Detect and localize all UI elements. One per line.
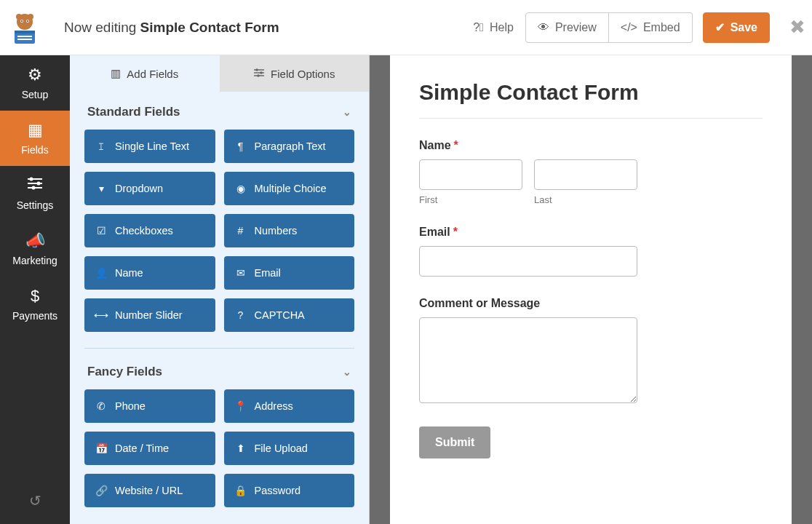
svg-rect-9 [17, 36, 32, 37]
date-time-icon: 📅 [95, 442, 108, 454]
svg-point-20 [255, 68, 258, 71]
sliders-icon [26, 176, 44, 195]
svg-point-1 [16, 14, 22, 20]
field-btn-label: Single Line Text [115, 140, 189, 152]
nav-marketing[interactable]: 📣 Marketing [0, 221, 70, 277]
chevron-down-icon: ⌄ [343, 106, 351, 118]
nav-setup[interactable]: ⚙ Setup [0, 55, 70, 111]
field-std-name[interactable]: 👤Name [84, 256, 215, 290]
svg-rect-8 [15, 31, 35, 33]
field-std-dropdown[interactable]: ▾Dropdown [84, 172, 215, 205]
nav-fields[interactable]: ▦ Fields [0, 111, 70, 166]
close-button[interactable]: ✖ [783, 16, 812, 39]
tab-add-label: Add Fields [127, 68, 178, 80]
editing-title: Now editing Simple Contact Form [64, 20, 279, 36]
svg-point-2 [28, 14, 33, 20]
history-icon: ↺ [29, 492, 41, 509]
form-name[interactable]: Simple Contact Form [140, 20, 279, 35]
svg-point-22 [257, 74, 260, 77]
svg-rect-10 [17, 39, 32, 40]
tab-field-options[interactable]: Field Options [220, 55, 370, 92]
svg-point-6 [27, 20, 28, 22]
field-std-email[interactable]: ✉Email [224, 256, 355, 290]
help-button[interactable]: ?⃝ Help [461, 12, 525, 43]
phone-icon: ✆ [95, 400, 108, 412]
fancy-fields-grid: ✆Phone📍Address📅Date / Time⬆File Upload🔗W… [70, 389, 369, 507]
svg-point-16 [32, 186, 36, 190]
first-name-input[interactable] [419, 159, 522, 190]
preview-embed-group: 👁 Preview </> Embed [525, 12, 693, 43]
submit-button[interactable]: Submit [419, 426, 490, 458]
preview-button[interactable]: 👁 Preview [525, 12, 609, 43]
website-url-icon: 🔗 [95, 485, 108, 496]
save-button[interactable]: ✔ Save [703, 12, 770, 43]
tab-options-label: Field Options [271, 68, 335, 80]
app-logo [3, 6, 47, 49]
field-btn-label: Dropdown [115, 183, 163, 194]
file-upload-icon: ⬆ [234, 442, 247, 454]
editing-prefix: Now editing [64, 20, 136, 35]
number-slider-icon: ⟷ [95, 309, 108, 321]
message-textarea[interactable] [419, 317, 637, 403]
nav-payments-label: Payments [12, 310, 57, 322]
standard-fields-header[interactable]: Standard Fields ⌄ [70, 92, 369, 130]
nav-setup-label: Setup [22, 89, 49, 100]
form-title[interactable]: Simple Contact Form [419, 80, 763, 119]
nav-marketing-label: Marketing [12, 255, 57, 266]
nav-settings-label: Settings [17, 199, 54, 211]
svg-point-5 [21, 20, 23, 22]
required-mark: * [454, 139, 458, 151]
captcha-icon: ? [234, 309, 247, 321]
field-std-number-slider[interactable]: ⟷Number Slider [84, 298, 215, 332]
first-sublabel: First [419, 194, 522, 205]
field-btn-label: Phone [115, 400, 146, 412]
options-icon [253, 68, 265, 80]
svg-point-21 [260, 71, 263, 74]
paragraph-text-icon: ¶ [234, 140, 247, 152]
field-btn-label: CAPTCHA [255, 309, 305, 321]
email-input[interactable] [419, 246, 637, 277]
bullhorn-icon: 📣 [25, 231, 45, 250]
name-label: Name* [419, 139, 763, 152]
nav-fields-label: Fields [21, 144, 48, 156]
field-std-checkboxes[interactable]: ☑Checkboxes [84, 214, 215, 247]
form-preview: Simple Contact Form Name* First Last [390, 55, 792, 524]
nav-payments[interactable]: $ Payments [0, 277, 70, 332]
field-fancy-file-upload[interactable]: ⬆File Upload [224, 432, 355, 465]
field-btn-label: File Upload [255, 442, 308, 454]
field-std-single-line-text[interactable]: 𝙸Single Line Text [84, 130, 215, 163]
field-name[interactable]: Name* First Last [419, 139, 763, 205]
nav-history[interactable]: ↺ [0, 477, 70, 524]
field-std-captcha[interactable]: ?CAPTCHA [224, 298, 355, 332]
fields-panel: ▥ Add Fields Field Options Standard Fiel… [70, 55, 370, 524]
nav-settings[interactable]: Settings [0, 166, 70, 221]
field-message[interactable]: Comment or Message [419, 297, 763, 406]
field-fancy-phone[interactable]: ✆Phone [84, 389, 215, 423]
field-fancy-password[interactable]: 🔒Password [224, 474, 355, 507]
tab-add-fields[interactable]: ▥ Add Fields [70, 55, 220, 92]
code-icon: </> [621, 21, 637, 34]
name-label-text: Name [419, 139, 451, 151]
field-std-numbers[interactable]: #Numbers [224, 214, 355, 247]
field-email[interactable]: Email* [419, 226, 763, 277]
dropdown-icon: ▾ [95, 183, 108, 194]
field-fancy-date-time[interactable]: 📅Date / Time [84, 432, 215, 465]
checkboxes-icon: ☑ [95, 225, 108, 237]
field-btn-label: Number Slider [115, 309, 183, 321]
field-std-paragraph-text[interactable]: ¶Paragraph Text [224, 130, 355, 163]
field-btn-label: Password [255, 485, 301, 496]
field-fancy-website-url[interactable]: 🔗Website / URL [84, 474, 215, 507]
last-name-input[interactable] [534, 159, 637, 190]
embed-button[interactable]: </> Embed [609, 12, 693, 43]
svg-point-15 [37, 182, 41, 186]
field-fancy-address[interactable]: 📍Address [224, 389, 355, 423]
svg-point-14 [30, 178, 33, 181]
check-icon: ✔ [715, 20, 725, 34]
chevron-down-icon: ⌄ [343, 366, 351, 378]
fancy-fields-header[interactable]: Fancy Fields ⌄ [70, 352, 369, 389]
preview-label: Preview [555, 21, 597, 34]
field-std-multiple-choice[interactable]: ◉Multiple Choice [224, 172, 355, 205]
standard-fields-label: Standard Fields [87, 105, 180, 119]
field-btn-label: Date / Time [115, 442, 169, 454]
multiple-choice-icon: ◉ [234, 183, 247, 194]
